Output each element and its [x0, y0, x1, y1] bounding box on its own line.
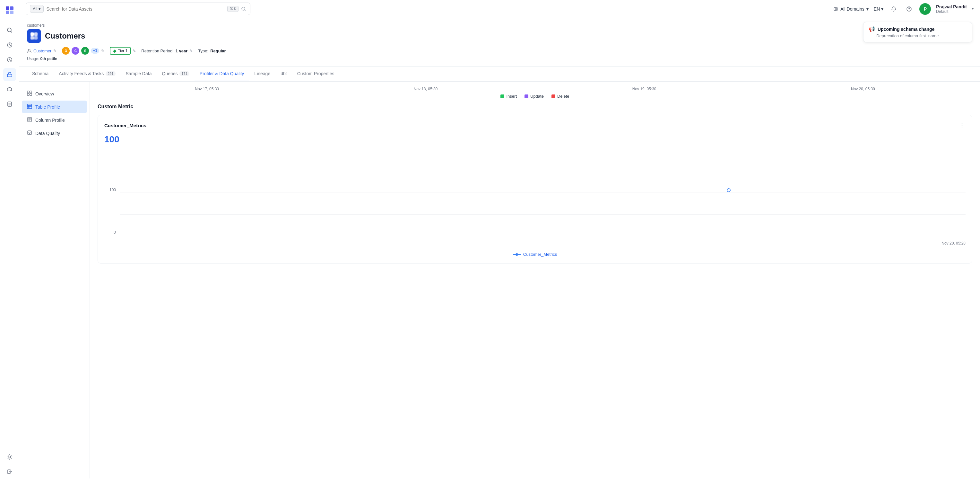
xaxis-labels-top: Nov 17, 05:30 Nov 18, 05:30 Nov 19, 05:3… [98, 87, 972, 94]
left-sidebar: Overview Table Profile Column Profile [19, 81, 90, 479]
svg-rect-24 [27, 104, 32, 109]
search-shortcut: ⌘ K [227, 6, 239, 12]
breadcrumb: customers [27, 23, 972, 28]
sidebar-explore-icon[interactable] [3, 24, 16, 37]
tab-activity[interactable]: Activity Feeds & Tasks 291 [54, 67, 120, 81]
grid-line-mid [120, 192, 966, 193]
data-quality-icon [27, 130, 32, 136]
chart-xaxis-label: Nov 20, 05:28 [942, 241, 966, 246]
tab-schema[interactable]: Schema [27, 67, 54, 81]
svg-rect-16 [34, 32, 38, 36]
svg-rect-3 [10, 11, 13, 14]
svg-rect-26 [28, 131, 32, 135]
xaxis-label-1: Nov 17, 05:30 [195, 87, 219, 91]
svg-point-4 [7, 28, 11, 32]
metric-chart: 100 0 [120, 147, 966, 237]
svg-rect-20 [27, 91, 29, 93]
tier-badge[interactable]: ◆ Tier 1 [110, 47, 130, 54]
sidebar-item-table-profile[interactable]: Table Profile [22, 101, 87, 113]
sidebar-logout-icon[interactable] [3, 465, 16, 478]
page-title: Customers [45, 32, 85, 40]
table-icon [27, 29, 41, 43]
metric-card-header: Customer_Metrics ⋮ [104, 121, 966, 129]
retention-edit-icon[interactable]: ✎ [189, 48, 193, 53]
svg-point-19 [28, 49, 30, 51]
search-input[interactable] [46, 6, 224, 11]
announcement-header: 📢 Upcoming schema change [869, 26, 967, 32]
chart-area: Nov 17, 05:30 Nov 18, 05:30 Nov 19, 05:3… [90, 81, 980, 479]
y-axis-mid: 100 [110, 188, 116, 192]
y-axis: 100 0 [104, 147, 118, 237]
column-profile-label: Column Profile [35, 118, 65, 123]
help-button[interactable] [904, 4, 914, 14]
owner-link[interactable]: Customer [33, 48, 51, 53]
legend-delete: Delete [552, 94, 570, 99]
tab-sample[interactable]: Sample Data [121, 67, 157, 81]
sidebar-governance-icon[interactable] [3, 68, 16, 81]
tab-dbt[interactable]: dbt [275, 67, 292, 81]
lang-chevron: ▾ [881, 6, 883, 11]
grid-line-q3 [120, 214, 966, 215]
user-info: Prajwal Pandit Default [936, 4, 967, 14]
owners-edit-icon[interactable]: ✎ [101, 48, 105, 53]
sidebar-item-column-profile[interactable]: Column Profile [22, 114, 87, 126]
svg-rect-1 [10, 6, 13, 10]
tab-custom-props[interactable]: Custom Properties [292, 67, 340, 81]
notifications-button[interactable] [889, 4, 899, 14]
tier-edit-icon[interactable]: ✎ [132, 48, 136, 53]
tabs-bar: Schema Activity Feeds & Tasks 291 Sample… [19, 67, 980, 81]
overview-icon [27, 91, 32, 97]
tab-lineage[interactable]: Lineage [249, 67, 275, 81]
xaxis-label-2: Nov 18, 05:30 [414, 87, 438, 91]
icon-sidebar [0, 0, 19, 482]
meta-row: Customer ✎ O C S +1 ✎ ◆ Tier 1 [27, 47, 972, 54]
sidebar-insights-icon[interactable] [3, 53, 16, 66]
logo-icon[interactable] [3, 4, 16, 17]
legend-update-label: Update [530, 94, 544, 99]
svg-rect-25 [28, 117, 32, 122]
chart-legend-label: Customer_Metrics [523, 252, 557, 257]
tier-diamond-icon: ◆ [113, 48, 116, 53]
svg-point-9 [9, 456, 11, 458]
sidebar-bank-icon[interactable] [3, 83, 16, 96]
avatar: P [920, 3, 931, 15]
page-header: customers Customers Customer ✎ O C [19, 18, 980, 67]
legend-line-icon [513, 252, 521, 257]
owners-plus-badge[interactable]: +1 [91, 48, 99, 54]
svg-rect-7 [7, 74, 12, 77]
globe-icon [833, 6, 838, 11]
nav-right: All Domains ▾ EN ▾ P Prajwal Pandit [833, 3, 974, 15]
owner-edit-icon[interactable]: ✎ [53, 48, 57, 53]
search-all-dropdown[interactable]: All ▾ [30, 5, 44, 13]
activity-badge: 291 [106, 71, 115, 76]
tab-queries[interactable]: Queries 171 [157, 67, 194, 81]
chart-xaxis: Nov 20, 05:28 [104, 240, 966, 248]
xaxis-label-4: Nov 20, 05:30 [851, 87, 875, 91]
domain-selector[interactable]: All Domains ▾ [833, 6, 869, 11]
sidebar-settings-icon[interactable] [3, 450, 16, 463]
announcement-body: Deprecation of column first_name [869, 34, 967, 38]
sidebar-book-icon[interactable] [3, 98, 16, 110]
tier-item: ◆ Tier 1 ✎ [110, 47, 136, 54]
sidebar-item-overview[interactable]: Overview [22, 88, 87, 100]
custom-metric-title: Custom Metric [98, 104, 972, 110]
retention-item: Retention Period: 1 year ✎ [141, 48, 193, 53]
legend-insert: Insert [500, 94, 517, 99]
metric-card: Customer_Metrics ⋮ 100 100 0 [98, 115, 972, 263]
lang-selector[interactable]: EN ▾ [874, 6, 883, 11]
user-menu-chevron[interactable]: ▾ [972, 7, 974, 11]
metric-value: 100 [104, 134, 966, 145]
svg-point-13 [909, 10, 909, 11]
main-content: All ▾ ⌘ K All Domains ▾ EN ▾ [19, 0, 980, 482]
chart-legend-footer: Customer_Metrics [104, 248, 966, 257]
tab-profiler[interactable]: Profiler & Data Quality [194, 67, 250, 81]
search-all-chevron: ▾ [38, 6, 41, 11]
legend-delete-label: Delete [557, 94, 570, 99]
svg-rect-23 [30, 94, 32, 96]
sidebar-item-data-quality[interactable]: Data Quality [22, 127, 87, 139]
type-item: Type: Regular [198, 48, 226, 53]
sidebar-search-icon[interactable] [3, 38, 16, 51]
metric-card-menu[interactable]: ⋮ [959, 121, 966, 129]
top-nav: All ▾ ⌘ K All Domains ▾ EN ▾ [19, 0, 980, 18]
svg-rect-0 [6, 6, 9, 10]
